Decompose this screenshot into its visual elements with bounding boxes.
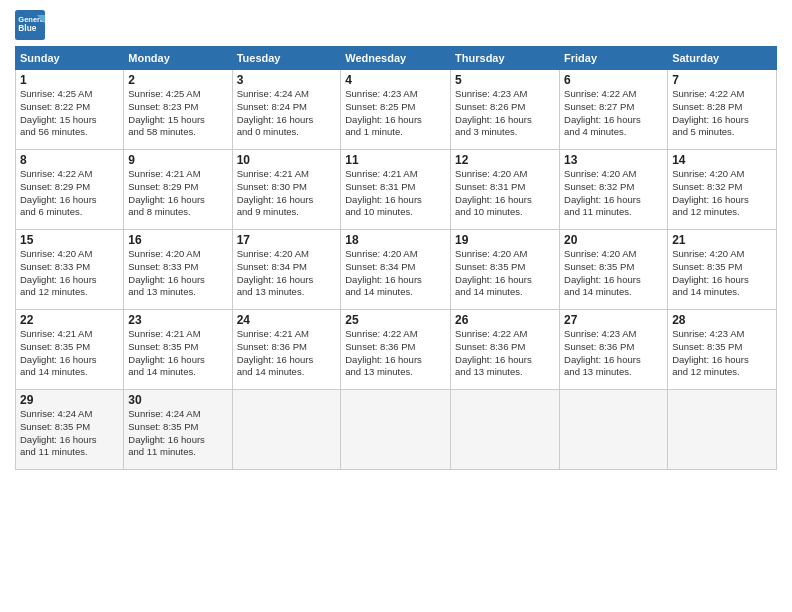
- day-info: Sunrise: 4:25 AMSunset: 8:22 PMDaylight:…: [20, 88, 119, 139]
- page: General Blue SundayMondayTuesdayWednesda…: [0, 0, 792, 612]
- calendar-table: SundayMondayTuesdayWednesdayThursdayFrid…: [15, 46, 777, 470]
- calendar-cell: 2Sunrise: 4:25 AMSunset: 8:23 PMDaylight…: [124, 70, 232, 150]
- day-info: Sunrise: 4:24 AMSunset: 8:24 PMDaylight:…: [237, 88, 337, 139]
- day-number: 13: [564, 153, 663, 167]
- day-info: Sunrise: 4:21 AMSunset: 8:29 PMDaylight:…: [128, 168, 227, 219]
- day-info: Sunrise: 4:22 AMSunset: 8:27 PMDaylight:…: [564, 88, 663, 139]
- logo-icon: General Blue: [15, 10, 45, 40]
- calendar-cell: 16Sunrise: 4:20 AMSunset: 8:33 PMDayligh…: [124, 230, 232, 310]
- day-number: 26: [455, 313, 555, 327]
- calendar-cell: 22Sunrise: 4:21 AMSunset: 8:35 PMDayligh…: [16, 310, 124, 390]
- day-info: Sunrise: 4:20 AMSunset: 8:35 PMDaylight:…: [455, 248, 555, 299]
- day-number: 17: [237, 233, 337, 247]
- day-number: 10: [237, 153, 337, 167]
- calendar-cell: 28Sunrise: 4:23 AMSunset: 8:35 PMDayligh…: [668, 310, 777, 390]
- logo: General Blue: [15, 10, 45, 40]
- dow-header: Monday: [124, 47, 232, 70]
- calendar-cell: [451, 390, 560, 470]
- calendar-week-row: 8Sunrise: 4:22 AMSunset: 8:29 PMDaylight…: [16, 150, 777, 230]
- day-number: 23: [128, 313, 227, 327]
- day-of-week-row: SundayMondayTuesdayWednesdayThursdayFrid…: [16, 47, 777, 70]
- day-info: Sunrise: 4:23 AMSunset: 8:26 PMDaylight:…: [455, 88, 555, 139]
- dow-header: Sunday: [16, 47, 124, 70]
- day-number: 19: [455, 233, 555, 247]
- day-number: 14: [672, 153, 772, 167]
- calendar-cell: [232, 390, 341, 470]
- calendar-cell: 26Sunrise: 4:22 AMSunset: 8:36 PMDayligh…: [451, 310, 560, 390]
- dow-header: Wednesday: [341, 47, 451, 70]
- day-number: 25: [345, 313, 446, 327]
- day-number: 4: [345, 73, 446, 87]
- calendar-cell: 8Sunrise: 4:22 AMSunset: 8:29 PMDaylight…: [16, 150, 124, 230]
- day-number: 29: [20, 393, 119, 407]
- day-number: 9: [128, 153, 227, 167]
- day-info: Sunrise: 4:21 AMSunset: 8:31 PMDaylight:…: [345, 168, 446, 219]
- day-number: 22: [20, 313, 119, 327]
- calendar-cell: 11Sunrise: 4:21 AMSunset: 8:31 PMDayligh…: [341, 150, 451, 230]
- day-info: Sunrise: 4:20 AMSunset: 8:33 PMDaylight:…: [128, 248, 227, 299]
- calendar-cell: 10Sunrise: 4:21 AMSunset: 8:30 PMDayligh…: [232, 150, 341, 230]
- day-info: Sunrise: 4:20 AMSunset: 8:32 PMDaylight:…: [564, 168, 663, 219]
- calendar-body: 1Sunrise: 4:25 AMSunset: 8:22 PMDaylight…: [16, 70, 777, 470]
- day-info: Sunrise: 4:22 AMSunset: 8:28 PMDaylight:…: [672, 88, 772, 139]
- calendar-cell: 24Sunrise: 4:21 AMSunset: 8:36 PMDayligh…: [232, 310, 341, 390]
- day-number: 28: [672, 313, 772, 327]
- day-info: Sunrise: 4:20 AMSunset: 8:32 PMDaylight:…: [672, 168, 772, 219]
- day-number: 11: [345, 153, 446, 167]
- calendar-cell: 6Sunrise: 4:22 AMSunset: 8:27 PMDaylight…: [560, 70, 668, 150]
- calendar-cell: 27Sunrise: 4:23 AMSunset: 8:36 PMDayligh…: [560, 310, 668, 390]
- dow-header: Saturday: [668, 47, 777, 70]
- day-info: Sunrise: 4:22 AMSunset: 8:29 PMDaylight:…: [20, 168, 119, 219]
- day-number: 12: [455, 153, 555, 167]
- calendar-cell: 4Sunrise: 4:23 AMSunset: 8:25 PMDaylight…: [341, 70, 451, 150]
- day-info: Sunrise: 4:24 AMSunset: 8:35 PMDaylight:…: [20, 408, 119, 459]
- dow-header: Tuesday: [232, 47, 341, 70]
- day-number: 21: [672, 233, 772, 247]
- day-info: Sunrise: 4:20 AMSunset: 8:34 PMDaylight:…: [237, 248, 337, 299]
- day-number: 6: [564, 73, 663, 87]
- day-number: 2: [128, 73, 227, 87]
- day-number: 30: [128, 393, 227, 407]
- day-info: Sunrise: 4:21 AMSunset: 8:35 PMDaylight:…: [20, 328, 119, 379]
- calendar-cell: 29Sunrise: 4:24 AMSunset: 8:35 PMDayligh…: [16, 390, 124, 470]
- day-info: Sunrise: 4:20 AMSunset: 8:33 PMDaylight:…: [20, 248, 119, 299]
- day-number: 7: [672, 73, 772, 87]
- calendar-cell: 20Sunrise: 4:20 AMSunset: 8:35 PMDayligh…: [560, 230, 668, 310]
- calendar-cell: 14Sunrise: 4:20 AMSunset: 8:32 PMDayligh…: [668, 150, 777, 230]
- header: General Blue: [15, 10, 777, 40]
- calendar-cell: 15Sunrise: 4:20 AMSunset: 8:33 PMDayligh…: [16, 230, 124, 310]
- calendar-cell: [341, 390, 451, 470]
- day-number: 16: [128, 233, 227, 247]
- day-info: Sunrise: 4:23 AMSunset: 8:35 PMDaylight:…: [672, 328, 772, 379]
- calendar-cell: [560, 390, 668, 470]
- day-info: Sunrise: 4:21 AMSunset: 8:36 PMDaylight:…: [237, 328, 337, 379]
- calendar-cell: [668, 390, 777, 470]
- calendar-cell: 12Sunrise: 4:20 AMSunset: 8:31 PMDayligh…: [451, 150, 560, 230]
- day-number: 27: [564, 313, 663, 327]
- calendar-cell: 1Sunrise: 4:25 AMSunset: 8:22 PMDaylight…: [16, 70, 124, 150]
- day-info: Sunrise: 4:20 AMSunset: 8:35 PMDaylight:…: [672, 248, 772, 299]
- calendar-cell: 3Sunrise: 4:24 AMSunset: 8:24 PMDaylight…: [232, 70, 341, 150]
- day-number: 5: [455, 73, 555, 87]
- day-number: 8: [20, 153, 119, 167]
- calendar-cell: 18Sunrise: 4:20 AMSunset: 8:34 PMDayligh…: [341, 230, 451, 310]
- calendar-cell: 19Sunrise: 4:20 AMSunset: 8:35 PMDayligh…: [451, 230, 560, 310]
- day-info: Sunrise: 4:20 AMSunset: 8:34 PMDaylight:…: [345, 248, 446, 299]
- day-info: Sunrise: 4:20 AMSunset: 8:31 PMDaylight:…: [455, 168, 555, 219]
- day-info: Sunrise: 4:22 AMSunset: 8:36 PMDaylight:…: [345, 328, 446, 379]
- calendar-week-row: 22Sunrise: 4:21 AMSunset: 8:35 PMDayligh…: [16, 310, 777, 390]
- calendar-week-row: 15Sunrise: 4:20 AMSunset: 8:33 PMDayligh…: [16, 230, 777, 310]
- day-number: 15: [20, 233, 119, 247]
- calendar-cell: 17Sunrise: 4:20 AMSunset: 8:34 PMDayligh…: [232, 230, 341, 310]
- day-info: Sunrise: 4:22 AMSunset: 8:36 PMDaylight:…: [455, 328, 555, 379]
- calendar-cell: 23Sunrise: 4:21 AMSunset: 8:35 PMDayligh…: [124, 310, 232, 390]
- day-number: 20: [564, 233, 663, 247]
- day-number: 24: [237, 313, 337, 327]
- calendar-cell: 30Sunrise: 4:24 AMSunset: 8:35 PMDayligh…: [124, 390, 232, 470]
- day-info: Sunrise: 4:23 AMSunset: 8:25 PMDaylight:…: [345, 88, 446, 139]
- day-info: Sunrise: 4:24 AMSunset: 8:35 PMDaylight:…: [128, 408, 227, 459]
- day-info: Sunrise: 4:20 AMSunset: 8:35 PMDaylight:…: [564, 248, 663, 299]
- calendar-cell: 5Sunrise: 4:23 AMSunset: 8:26 PMDaylight…: [451, 70, 560, 150]
- day-number: 1: [20, 73, 119, 87]
- day-number: 3: [237, 73, 337, 87]
